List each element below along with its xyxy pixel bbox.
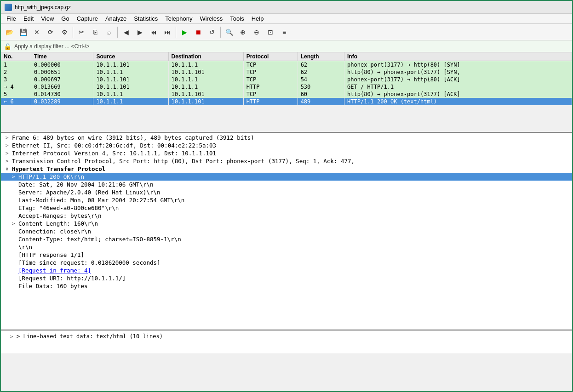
close-file-icon[interactable]: ✕ [30, 26, 43, 39]
menu-item-view[interactable]: View [37, 14, 57, 23]
detail-text: Content-Type: text/html; charset=ISO-885… [18, 236, 181, 243]
find-icon[interactable]: ⌕ [103, 26, 115, 39]
zoom-out-icon[interactable]: ⊖ [250, 26, 263, 39]
expand-icon[interactable]: > [6, 142, 12, 148]
detail-line[interactable]: Connection: close\r\n [1, 227, 572, 235]
prev-icon[interactable]: ⏮ [147, 26, 160, 39]
detail-line[interactable]: File Data: 160 bytes [1, 282, 572, 290]
expand-icon[interactable]: > [6, 135, 12, 141]
copy-icon[interactable]: ⎘ [89, 26, 102, 39]
detail-text: Accept-Ranges: bytes\r\n [18, 212, 102, 219]
cell-protocol: TCP [243, 68, 298, 76]
colorize-icon[interactable]: ≡ [278, 26, 291, 39]
menu-item-go[interactable]: Go [57, 14, 73, 23]
detail-text: Connection: close\r\n [18, 228, 91, 235]
cell-destination: 10.1.1.101 [168, 98, 243, 105]
detail-text[interactable]: [Request in frame: 4] [18, 267, 91, 274]
filter-bar[interactable]: 🔒 Apply a display filter ... <Ctrl-/> [1, 40, 572, 52]
prefs-icon[interactable]: ⚙ [58, 26, 71, 39]
cell-info: http(80) → phonex-port(3177) [SYN, [344, 68, 572, 76]
detail-line[interactable]: >Content-Length: 160\r\n [1, 220, 572, 227]
detail-text: [HTTP response 1/1] [18, 251, 84, 258]
detail-line[interactable]: >Transmission Control Protocol, Src Port… [1, 157, 572, 165]
save-icon[interactable]: 💾 [17, 26, 29, 39]
detail-line[interactable]: Server: Apache/2.0.40 (Red Hat Linux)\r\… [1, 188, 572, 196]
detail-line[interactable]: [Request in frame: 4] [1, 267, 572, 274]
app-icon [5, 4, 12, 11]
cell-time: 0.000697 [31, 76, 93, 83]
detail-text: Server: Apache/2.0.40 (Red Hat Linux)\r\… [18, 189, 160, 196]
cut-icon[interactable]: ✂ [75, 26, 88, 39]
next-icon[interactable]: ⏭ [161, 26, 174, 39]
back-icon[interactable]: ◀ [120, 26, 132, 39]
expand-icon[interactable]: > [6, 150, 12, 156]
packet-tbody: 10.00000010.1.1.10110.1.1.1TCP62phonex-p… [1, 61, 572, 106]
detail-line[interactable]: Accept-Ranges: bytes\r\n [1, 212, 572, 220]
detail-line[interactable]: >Frame 6: 489 bytes on wire (3912 bits),… [1, 134, 572, 142]
expand-icon[interactable]: > [12, 174, 18, 180]
table-row[interactable]: ← 60.03228910.1.1.110.1.1.101HTTP489HTTP… [1, 98, 572, 105]
detail-line[interactable]: ∨Hypertext Transfer Protocol [1, 165, 572, 173]
detail-text: \r\n [18, 244, 32, 250]
menu-item-statistics[interactable]: Statistics [130, 14, 161, 23]
detail-text: Ethernet II, Src: 00:c0:df:20:6c:df, Dst… [12, 142, 216, 149]
detail-line[interactable]: >Ethernet II, Src: 00:c0:df:20:6c:df, Ds… [1, 142, 572, 149]
table-row[interactable]: 50.01473010.1.1.110.1.1.101TCP60http(80)… [1, 91, 572, 98]
detail-line[interactable]: [Time since request: 0.018620000 seconds… [1, 259, 572, 267]
reload-icon[interactable]: ⟳ [44, 26, 57, 39]
detail-text: ETag: "46eed-a0-800ce680"\r\n [18, 205, 119, 211]
menu-item-file[interactable]: File [3, 14, 20, 23]
menu-item-telephony[interactable]: Telephony [161, 14, 196, 23]
detail-line[interactable]: >HTTP/1.1 200 OK\r\n [1, 173, 572, 181]
open-icon[interactable]: 📂 [3, 26, 16, 39]
menu-bar: FileEditViewGoCaptureAnalyzeStatisticsTe… [1, 14, 572, 24]
cell-source: 10.1.1.101 [93, 61, 168, 69]
cell-length: 530 [298, 83, 344, 91]
table-row[interactable]: 10.00000010.1.1.10110.1.1.1TCP62phonex-p… [1, 61, 572, 69]
cell-length: 60 [298, 91, 344, 98]
detail-line[interactable]: >Internet Protocol Version 4, Src: 10.1.… [1, 149, 572, 157]
detail-line[interactable]: [HTTP response 1/1] [1, 251, 572, 259]
bottom-line-text: > Line-based text data: text/html (10 li… [17, 333, 163, 340]
detail-line[interactable]: Last-Modified: Mon, 08 Mar 2004 20:27:54… [1, 196, 572, 204]
menu-item-capture[interactable]: Capture [73, 14, 102, 23]
cell-destination: 10.1.1.1 [168, 83, 243, 91]
col-source: Source [93, 52, 168, 61]
menu-item-tools[interactable]: Tools [226, 14, 247, 23]
fwd-icon[interactable]: ▶ [133, 26, 146, 39]
toolbar-separator [117, 27, 118, 38]
cell-source: 10.1.1.1 [93, 68, 168, 76]
col-protocol: Protocol [243, 52, 298, 61]
detail-line[interactable]: ETag: "46eed-a0-800ce680"\r\n [1, 204, 572, 212]
detail-line[interactable]: Content-Type: text/html; charset=ISO-885… [1, 235, 572, 243]
cell-length: 62 [298, 61, 344, 69]
col-length: Length [298, 52, 344, 61]
filter-text[interactable]: Apply a display filter ... <Ctrl-/> [14, 43, 89, 50]
cell-no: 1 [1, 61, 31, 69]
start-cap-icon[interactable]: ▶ [178, 26, 191, 39]
zoom-in-icon[interactable]: ⊕ [236, 26, 249, 39]
menu-item-edit[interactable]: Edit [20, 14, 37, 23]
restart-icon[interactable]: ↺ [206, 26, 218, 39]
table-row[interactable]: 20.00065110.1.1.110.1.1.101TCP62http(80)… [1, 68, 572, 76]
detail-line[interactable]: \r\n [1, 243, 572, 251]
zoom-reset-icon[interactable]: ⊡ [264, 26, 277, 39]
cell-source: 10.1.1.101 [93, 76, 168, 83]
table-row[interactable]: 30.00069710.1.1.10110.1.1.1TCP54phonex-p… [1, 76, 572, 83]
menu-item-help[interactable]: Help [248, 14, 268, 23]
menu-item-analyze[interactable]: Analyze [102, 14, 130, 23]
search-icon[interactable]: 🔍 [223, 26, 235, 39]
menu-item-wireless[interactable]: Wireless [196, 14, 226, 23]
stop-cap-icon[interactable]: ⏹ [192, 26, 205, 39]
expand-icon[interactable]: ∨ [6, 166, 12, 172]
cell-source: 10.1.1.1 [93, 98, 168, 105]
cell-info: GET / HTTP/1.1 [344, 83, 572, 91]
cell-destination: 10.1.1.101 [168, 68, 243, 76]
detail-panel[interactable]: >Frame 6: 489 bytes on wire (3912 bits),… [1, 133, 572, 330]
detail-line[interactable]: [Request URI: http://10.1.1.1/] [1, 274, 572, 282]
expand-icon[interactable]: > [12, 221, 18, 227]
expand-icon[interactable]: > [6, 158, 12, 164]
table-row[interactable]: → 40.01366910.1.1.10110.1.1.1HTTP530GET … [1, 83, 572, 91]
detail-text: Date: Sat, 20 Nov 2004 10:21:06 GMT\r\n [18, 181, 154, 188]
detail-line[interactable]: Date: Sat, 20 Nov 2004 10:21:06 GMT\r\n [1, 181, 572, 188]
